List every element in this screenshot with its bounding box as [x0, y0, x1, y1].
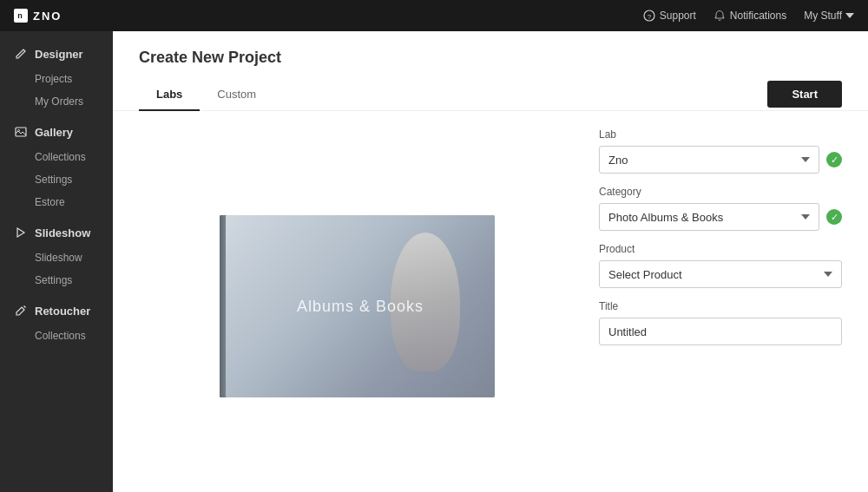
- bell-icon: [713, 10, 726, 22]
- sidebar-section-designer: Designer Projects My Orders: [0, 38, 113, 113]
- page-title: Create New Project: [139, 49, 842, 67]
- logo-icon: n: [14, 9, 28, 23]
- sidebar-item-gallery-collections[interactable]: Collections: [0, 146, 113, 168]
- sidebar-item-gallery[interactable]: Gallery: [0, 116, 113, 146]
- lab-label: Lab: [599, 128, 842, 141]
- sidebar-item-retoucher[interactable]: Retoucher: [0, 295, 113, 325]
- sidebar-item-slideshow[interactable]: Slideshow: [0, 217, 113, 246]
- sidebar-item-gallery-settings[interactable]: Settings: [0, 168, 113, 191]
- topnav-right: ? Support Notifications My Stuff: [643, 10, 854, 22]
- logo[interactable]: n ZNO: [14, 9, 62, 23]
- sidebar-item-designer[interactable]: Designer: [0, 38, 113, 68]
- tab-labs[interactable]: Labs: [139, 81, 200, 111]
- start-button[interactable]: Start: [767, 81, 842, 108]
- album-preview: Albums & Books: [139, 128, 573, 475]
- lab-select-wrap: Zno: [599, 146, 842, 174]
- category-select-wrap: Photo Albums & Books: [599, 203, 842, 231]
- form-group-title: Title: [599, 300, 842, 345]
- logo-text: ZNO: [33, 10, 62, 23]
- product-label: Product: [599, 243, 842, 255]
- content-header: Create New Project Labs Custom Start: [113, 31, 868, 111]
- project-area: Albums & Books Lab Zno Category: [113, 111, 868, 492]
- topnav: n ZNO ? Support Notifications My Stuff: [0, 0, 868, 31]
- category-check-icon: [826, 209, 842, 225]
- sidebar-section-gallery: Gallery Collections Settings Estore: [0, 116, 113, 213]
- lab-select[interactable]: Zno: [599, 146, 819, 174]
- sidebar-item-slideshow-sub[interactable]: Slideshow: [0, 246, 113, 269]
- form-group-lab: Lab Zno: [599, 128, 842, 174]
- tabs: Labs Custom: [139, 81, 273, 110]
- sidebar-item-slideshow-settings[interactable]: Settings: [0, 269, 113, 292]
- notifications-link[interactable]: Notifications: [713, 10, 786, 22]
- sidebar-section-slideshow: Slideshow Slideshow Settings: [0, 217, 113, 292]
- album-cover: Albums & Books: [226, 215, 495, 397]
- sidebar-item-projects[interactable]: Projects: [0, 68, 113, 90]
- title-input[interactable]: [599, 318, 842, 345]
- sidebar: Designer Projects My Orders Gallery: [0, 31, 113, 492]
- lab-check-icon: [826, 152, 842, 167]
- mystuff-menu[interactable]: My Stuff: [804, 10, 854, 22]
- sidebar-item-my-orders[interactable]: My Orders: [0, 90, 113, 113]
- sidebar-section-retoucher: Retoucher Collections: [0, 295, 113, 347]
- category-label: Category: [599, 186, 842, 198]
- play-icon: [14, 226, 28, 239]
- tabs-row: Labs Custom Start: [139, 81, 842, 110]
- form-group-product: Product Select Product: [599, 243, 842, 288]
- svg-text:?: ?: [648, 13, 652, 21]
- tab-custom[interactable]: Custom: [200, 81, 273, 111]
- album-cover-text: Albums & Books: [297, 297, 424, 315]
- form-panel: Lab Zno Category Photo Albums & Books: [599, 128, 842, 475]
- svg-marker-4: [17, 228, 24, 237]
- support-link[interactable]: ? Support: [643, 10, 696, 22]
- form-group-category: Category Photo Albums & Books: [599, 186, 842, 231]
- chevron-down-icon: [845, 13, 854, 18]
- main-content: Create New Project Labs Custom Start: [113, 31, 868, 492]
- product-select[interactable]: Select Product: [599, 260, 842, 288]
- main-layout: Designer Projects My Orders Gallery: [0, 31, 868, 492]
- album-book: Albums & Books: [217, 207, 495, 397]
- sidebar-item-gallery-estore[interactable]: Estore: [0, 191, 113, 213]
- category-select[interactable]: Photo Albums & Books: [599, 203, 819, 231]
- edit-icon: [14, 304, 28, 318]
- product-select-wrap: Select Product: [599, 260, 842, 288]
- title-label: Title: [599, 300, 842, 312]
- pencil-icon: [14, 47, 28, 61]
- sidebar-item-retoucher-collections[interactable]: Collections: [0, 325, 113, 347]
- support-icon: ?: [643, 10, 655, 22]
- image-icon: [14, 125, 28, 139]
